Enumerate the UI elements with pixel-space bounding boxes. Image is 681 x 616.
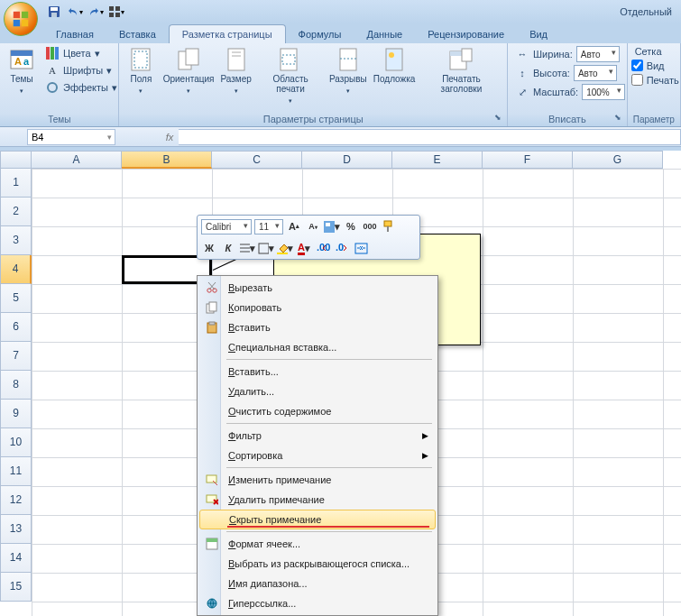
fmt-icon [199, 534, 225, 554]
borders-icon[interactable]: ▾ [258, 240, 274, 256]
row-header[interactable]: 5 [0, 284, 32, 313]
style-gallery-icon[interactable]: ▾ [324, 218, 340, 234]
row-header[interactable]: 13 [0, 515, 32, 544]
height-combo[interactable]: Авто [574, 65, 617, 81]
fx-icon[interactable]: fx [161, 132, 179, 143]
select-all-corner[interactable] [0, 151, 32, 169]
ctx-delete_comment[interactable]: Удалить примечание [199, 490, 436, 510]
mini-size-combo[interactable]: 11 [254, 219, 283, 234]
print-titles-button[interactable]: Печатать заголовки [419, 45, 503, 96]
col-header[interactable]: D [302, 151, 392, 169]
delete-icon [199, 382, 225, 401]
ctx-edit_comment[interactable]: Изменить примечание [199, 470, 436, 490]
orientation-button[interactable]: Ориентация▾ [161, 45, 216, 97]
row-header[interactable]: 6 [0, 313, 32, 342]
row-header[interactable]: 12 [0, 486, 32, 515]
align-icon[interactable]: ▾ [239, 240, 255, 256]
ctx-hyperlink[interactable]: Гиперссылка... [199, 593, 436, 613]
increase-decimal-icon[interactable]: .0 [334, 240, 350, 256]
col-header[interactable]: G [573, 151, 663, 169]
margins-button[interactable]: Поля▾ [123, 45, 159, 97]
breaks-button[interactable]: Разрывы▾ [327, 45, 369, 97]
svg-rect-37 [384, 221, 391, 226]
ctx-clear[interactable]: Очистить содержимое [199, 401, 436, 421]
row-header[interactable]: 1 [0, 169, 32, 198]
ctx-hide_comment[interactable]: Скрыть примечание [199, 510, 436, 529]
grid-print-checkbox[interactable]: Печать [631, 73, 679, 87]
row-header[interactable]: 15 [0, 573, 32, 602]
col-header[interactable]: F [483, 151, 573, 169]
ribbon-tabs: ГлавнаяВставкаРазметка страницыФормулыДа… [0, 23, 681, 43]
row-header[interactable]: 3 [0, 226, 32, 255]
fit-dialog-icon[interactable]: ⬊ [612, 113, 623, 124]
svg-rect-43 [277, 253, 288, 254]
ctx-cut[interactable]: Вырезать [199, 278, 436, 298]
fill-color-icon[interactable]: ▾ [277, 240, 293, 256]
ctx-name_range[interactable]: Имя диапазона... [199, 574, 436, 593]
row-header[interactable]: 10 [0, 428, 32, 457]
row-header[interactable]: 14 [0, 544, 32, 573]
ctx-delete[interactable]: Удалить... [199, 382, 436, 401]
svg-rect-0 [14, 12, 20, 18]
format-painter-icon[interactable] [381, 218, 397, 234]
print-area-button[interactable]: Область печати▾ [256, 45, 326, 107]
col-header[interactable]: B [122, 151, 212, 169]
formula-input[interactable] [179, 129, 681, 145]
ctx-pick_list[interactable]: Выбрать из раскрывающегося списка... [199, 554, 436, 574]
ctx-copy[interactable]: Копировать [199, 298, 436, 317]
tab-2[interactable]: Разметка страницы [169, 24, 286, 43]
col-header[interactable]: E [392, 151, 483, 169]
themes-button[interactable]: Aa Темы▾ [4, 45, 40, 97]
fonts-button[interactable]: AШрифты ▾ [41, 62, 121, 78]
tab-0[interactable]: Главная [43, 25, 106, 43]
window-title: Отдельный [620, 6, 677, 17]
grid-view-checkbox[interactable]: Вид [631, 59, 679, 72]
col-header[interactable]: C [212, 151, 302, 169]
save-icon[interactable] [44, 2, 64, 22]
tab-4[interactable]: Данные [354, 25, 415, 43]
width-combo[interactable]: Авто [576, 46, 620, 62]
redo-icon[interactable]: ▾ [86, 2, 106, 22]
ctx-format_cells[interactable]: Формат ячеек... [199, 534, 436, 554]
row-header[interactable]: 11 [0, 457, 32, 486]
decrease-decimal-icon[interactable]: .00 [315, 240, 331, 256]
grow-font-icon[interactable]: A▴ [286, 218, 302, 234]
ctx-filter[interactable]: Фильтр▶ [199, 426, 436, 446]
effects-button[interactable]: Эффекты ▾ [41, 79, 121, 96]
office-button[interactable] [4, 2, 38, 36]
width-icon: ↔ [515, 47, 529, 61]
italic-icon[interactable]: К [220, 240, 236, 256]
merge-icon[interactable] [353, 240, 369, 256]
percent-icon[interactable]: % [343, 218, 359, 234]
row-header[interactable]: 2 [0, 198, 32, 226]
row-header[interactable]: 8 [0, 371, 32, 400]
comma-icon[interactable]: 000 [362, 218, 378, 234]
name-box[interactable]: B4 [27, 129, 115, 145]
row-header[interactable]: 7 [0, 342, 32, 371]
ctx-paste_special[interactable]: Специальная вставка... [199, 337, 436, 357]
shrink-font-icon[interactable]: A▾ [305, 218, 321, 234]
tab-3[interactable]: Формулы [286, 25, 354, 43]
undo-icon[interactable]: ▾ [65, 2, 85, 22]
row-header[interactable]: 4 [0, 255, 32, 284]
bold-icon[interactable]: Ж [201, 240, 217, 256]
svg-text:.0: .0 [336, 243, 344, 253]
qat-more-icon[interactable]: ▾ [106, 2, 126, 22]
ctx-sort[interactable]: Сортировка▶ [199, 446, 436, 465]
ctx-insert[interactable]: Вставить... [199, 362, 436, 382]
svg-point-18 [48, 83, 57, 92]
page-setup-dialog-icon[interactable]: ⬊ [492, 113, 503, 124]
row-header[interactable]: 9 [0, 400, 32, 428]
scale-combo[interactable]: 100% [582, 84, 625, 100]
tab-6[interactable]: Вид [517, 25, 560, 43]
colors-button[interactable]: Цвета ▾ [41, 45, 121, 61]
tab-1[interactable]: Вставка [106, 25, 169, 43]
background-button[interactable]: Подложка [371, 45, 418, 86]
filter-icon [199, 426, 225, 446]
col-header[interactable]: A [32, 151, 122, 169]
ctx-paste[interactable]: Вставить [199, 317, 436, 337]
size-button[interactable]: Размер▾ [218, 45, 254, 97]
mini-font-combo[interactable]: Calibri [201, 219, 252, 234]
tab-5[interactable]: Рецензирование [415, 25, 517, 43]
font-color-icon[interactable]: A▾ [296, 240, 312, 256]
